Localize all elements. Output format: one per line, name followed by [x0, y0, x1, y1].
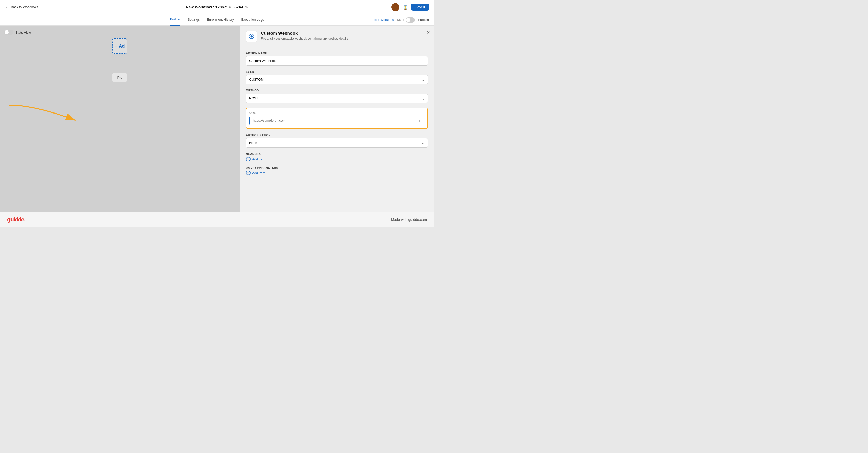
stats-view-toggle[interactable] [4, 30, 13, 35]
event-select-wrapper: CUSTOM [246, 75, 428, 84]
event-label: EVENT [246, 70, 428, 73]
panel-body: ACTION NAME EVENT CUSTOM METHOD POST [240, 46, 434, 185]
method-label: METHOD [246, 89, 428, 92]
guidde-logo: guidde. [7, 216, 25, 223]
panel-subtitle: Fire a fully customizable webhook contai… [261, 37, 348, 40]
method-field-group: METHOD POST [246, 89, 428, 103]
nav-center: New Workflow : 1706717655764 ✎ [186, 5, 248, 9]
url-label: URL [249, 111, 424, 114]
authorization-field-group: AUTHORIZATION None [246, 134, 428, 148]
method-select-wrapper: POST [246, 93, 428, 103]
authorization-select[interactable]: None [246, 138, 428, 148]
arrow-annotation [4, 100, 91, 131]
headers-add-item-button[interactable]: + Add item [246, 157, 428, 162]
draft-label: Draft [397, 18, 404, 22]
history-icon[interactable]: ⏳ [403, 4, 408, 10]
avatar[interactable] [391, 3, 399, 11]
top-navigation: ← Back to Workflows New Workflow : 17067… [0, 0, 434, 15]
event-select[interactable]: CUSTOM [246, 75, 428, 84]
headers-add-icon: + [246, 157, 250, 162]
headers-add-label: Add item [252, 157, 265, 161]
panel-header: Custom Webhook Fire a fully customizable… [240, 26, 434, 46]
panel-title: Custom Webhook [261, 31, 348, 36]
tabs-center: Builder Settings Enrollment History Exec… [170, 15, 264, 26]
url-input-wrapper: ◇ [249, 116, 424, 125]
tabs-row: Builder Settings Enrollment History Exec… [0, 15, 434, 26]
tab-settings[interactable]: Settings [188, 15, 199, 26]
stats-view-label: Stats View [16, 30, 31, 34]
made-with-label: Made with guidde.com [391, 218, 427, 222]
panel-webhook-icon [246, 31, 257, 42]
workflow-title: New Workflow : 1706717655764 [186, 5, 243, 9]
action-name-label: ACTION NAME [246, 52, 428, 55]
saved-button[interactable]: Saved [411, 4, 429, 10]
query-params-label: QUERY PARAMETERS [246, 166, 428, 169]
stats-view-toggle-group: Stats View [4, 30, 31, 35]
action-name-field-group: ACTION NAME [246, 52, 428, 65]
edit-icon[interactable]: ✎ [245, 5, 248, 9]
back-arrow-icon: ← [5, 5, 9, 9]
add-step-button[interactable]: + Ad [112, 38, 127, 54]
action-name-input[interactable] [246, 56, 428, 65]
test-workflow-button[interactable]: Test Workflow [373, 18, 394, 22]
plus-icon: + Ad [115, 44, 125, 49]
tabs-right: Test Workflow Draft Publish [373, 18, 429, 23]
panel-close-button[interactable]: × [427, 30, 430, 35]
query-params-add-item-button[interactable]: + Add item [246, 171, 428, 175]
url-input[interactable] [249, 116, 424, 125]
tab-builder[interactable]: Builder [170, 15, 180, 26]
query-params-add-icon: + [246, 171, 250, 175]
headers-label: HEADERS [246, 152, 428, 155]
query-params-field-group: QUERY PARAMETERS + Add item [246, 166, 428, 175]
panel-title-group: Custom Webhook Fire a fully customizable… [261, 31, 348, 40]
draft-toggle-group: Draft [397, 18, 415, 23]
authorization-label: AUTHORIZATION [246, 134, 428, 137]
placeholder-node: Ple [112, 73, 127, 82]
footer: guidde. Made with guidde.com [0, 212, 434, 227]
authorization-select-wrapper: None [246, 138, 428, 148]
tab-enrollment-history[interactable]: Enrollment History [207, 15, 234, 26]
main-canvas: Stats View + Ad Ple Custom Webhook [0, 26, 434, 212]
method-select[interactable]: POST [246, 93, 428, 103]
publish-button[interactable]: Publish [418, 18, 429, 22]
back-to-workflows-link[interactable]: ← Back to Workflows [5, 5, 38, 9]
back-link-label: Back to Workflows [11, 5, 38, 9]
tab-execution-logs[interactable]: Execution Logs [241, 15, 264, 26]
draft-toggle-switch[interactable] [406, 18, 415, 23]
url-tag-icon: ◇ [419, 119, 422, 123]
headers-field-group: HEADERS + Add item [246, 152, 428, 162]
nav-right: ⏳ Saved [391, 3, 429, 11]
event-field-group: EVENT CUSTOM [246, 70, 428, 84]
panel-overlay: Custom Webhook Fire a fully customizable… [240, 26, 434, 212]
url-field-group: URL ◇ [246, 108, 428, 129]
query-params-add-label: Add item [252, 171, 265, 175]
